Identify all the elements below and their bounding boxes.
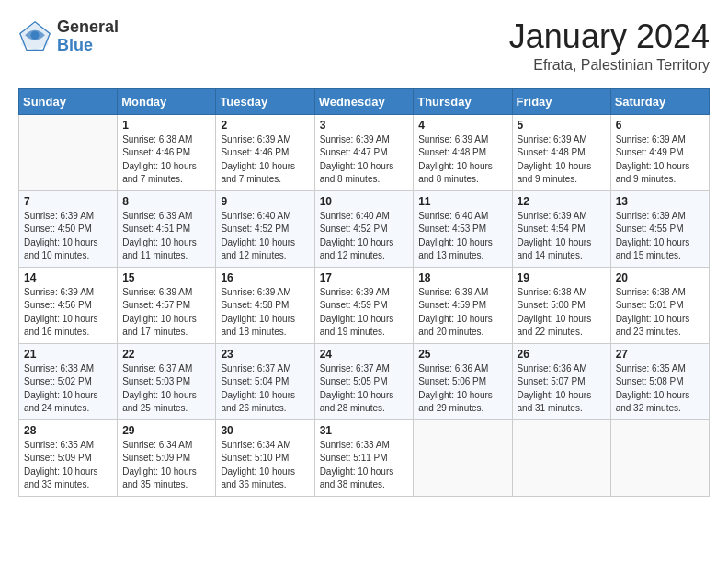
day-info: Sunrise: 6:39 AM Sunset: 4:48 PM Dayligh…: [518, 133, 606, 187]
day-info: Sunrise: 6:40 AM Sunset: 4:53 PM Dayligh…: [418, 210, 506, 263]
calendar-cell: 25Sunrise: 6:36 AM Sunset: 5:06 PM Dayli…: [414, 343, 512, 419]
column-header-friday: Friday: [512, 88, 610, 114]
logo-blue-text: Blue: [57, 37, 119, 55]
calendar-header-row: SundayMondayTuesdayWednesdayThursdayFrid…: [19, 88, 710, 114]
column-header-tuesday: Tuesday: [216, 88, 314, 114]
calendar-cell: [610, 419, 709, 496]
day-info: Sunrise: 6:37 AM Sunset: 5:05 PM Dayligh…: [320, 362, 409, 416]
logo-text: General Blue: [57, 18, 119, 55]
day-number: 11: [418, 195, 506, 208]
day-number: 17: [320, 271, 409, 284]
day-number: 28: [24, 424, 112, 437]
day-info: Sunrise: 6:38 AM Sunset: 5:00 PM Dayligh…: [518, 286, 606, 339]
day-info: Sunrise: 6:39 AM Sunset: 4:48 PM Dayligh…: [418, 133, 506, 187]
day-number: 22: [122, 348, 210, 361]
calendar-cell: 6Sunrise: 6:39 AM Sunset: 4:49 PM Daylig…: [610, 114, 709, 190]
day-info: Sunrise: 6:39 AM Sunset: 4:59 PM Dayligh…: [320, 286, 409, 339]
day-info: Sunrise: 6:39 AM Sunset: 4:57 PM Dayligh…: [122, 286, 210, 339]
day-info: Sunrise: 6:39 AM Sunset: 4:49 PM Dayligh…: [616, 133, 704, 187]
calendar-cell: 4Sunrise: 6:39 AM Sunset: 4:48 PM Daylig…: [414, 114, 512, 190]
calendar-cell: 14Sunrise: 6:39 AM Sunset: 4:56 PM Dayli…: [19, 267, 118, 343]
calendar-cell: 26Sunrise: 6:36 AM Sunset: 5:07 PM Dayli…: [512, 343, 610, 419]
day-number: 7: [24, 195, 112, 208]
calendar-week-row: 7Sunrise: 6:39 AM Sunset: 4:50 PM Daylig…: [19, 190, 710, 267]
column-header-saturday: Saturday: [610, 88, 709, 114]
logo-icon: [18, 20, 51, 53]
day-info: Sunrise: 6:39 AM Sunset: 4:55 PM Dayligh…: [616, 210, 704, 263]
calendar-cell: 20Sunrise: 6:38 AM Sunset: 5:01 PM Dayli…: [610, 267, 709, 343]
calendar-cell: 30Sunrise: 6:34 AM Sunset: 5:10 PM Dayli…: [216, 419, 314, 496]
svg-point-2: [31, 30, 40, 39]
day-info: Sunrise: 6:36 AM Sunset: 5:07 PM Dayligh…: [518, 362, 606, 416]
day-info: Sunrise: 6:40 AM Sunset: 4:52 PM Dayligh…: [221, 210, 309, 263]
day-info: Sunrise: 6:39 AM Sunset: 4:54 PM Dayligh…: [518, 210, 606, 263]
day-number: 10: [320, 195, 409, 208]
column-header-wednesday: Wednesday: [314, 88, 414, 114]
day-info: Sunrise: 6:39 AM Sunset: 4:58 PM Dayligh…: [221, 286, 309, 339]
calendar-cell: 11Sunrise: 6:40 AM Sunset: 4:53 PM Dayli…: [414, 190, 512, 267]
calendar-cell: 22Sunrise: 6:37 AM Sunset: 5:03 PM Dayli…: [118, 343, 216, 419]
calendar-cell: 29Sunrise: 6:34 AM Sunset: 5:09 PM Dayli…: [118, 419, 216, 496]
day-number: 21: [24, 348, 112, 361]
calendar-cell: 27Sunrise: 6:35 AM Sunset: 5:08 PM Dayli…: [610, 343, 709, 419]
day-number: 26: [518, 348, 606, 361]
day-number: 20: [616, 271, 704, 284]
day-number: 15: [122, 271, 210, 284]
day-info: Sunrise: 6:39 AM Sunset: 4:47 PM Dayligh…: [320, 133, 409, 187]
day-number: 24: [320, 348, 409, 361]
logo: General Blue: [18, 18, 119, 55]
title-block: January 2024 Efrata, Palestinian Territo…: [509, 18, 710, 74]
day-info: Sunrise: 6:34 AM Sunset: 5:10 PM Dayligh…: [221, 439, 309, 492]
day-number: 18: [418, 271, 506, 284]
calendar-cell: 3Sunrise: 6:39 AM Sunset: 4:47 PM Daylig…: [314, 114, 414, 190]
day-number: 1: [122, 119, 210, 132]
calendar-cell: 10Sunrise: 6:40 AM Sunset: 4:52 PM Dayli…: [314, 190, 414, 267]
calendar-cell: 31Sunrise: 6:33 AM Sunset: 5:11 PM Dayli…: [314, 419, 414, 496]
calendar-cell: 15Sunrise: 6:39 AM Sunset: 4:57 PM Dayli…: [118, 267, 216, 343]
calendar-week-row: 21Sunrise: 6:38 AM Sunset: 5:02 PM Dayli…: [19, 343, 710, 419]
day-number: 27: [616, 348, 704, 361]
logo-general-text: General: [57, 18, 119, 37]
day-number: 30: [221, 424, 309, 437]
day-info: Sunrise: 6:35 AM Sunset: 5:08 PM Dayligh…: [616, 362, 704, 416]
day-info: Sunrise: 6:34 AM Sunset: 5:09 PM Dayligh…: [122, 439, 210, 492]
day-info: Sunrise: 6:38 AM Sunset: 4:46 PM Dayligh…: [122, 133, 210, 187]
calendar-cell: 1Sunrise: 6:38 AM Sunset: 4:46 PM Daylig…: [118, 114, 216, 190]
day-number: 29: [122, 424, 210, 437]
day-info: Sunrise: 6:33 AM Sunset: 5:11 PM Dayligh…: [320, 439, 409, 492]
calendar-cell: 24Sunrise: 6:37 AM Sunset: 5:05 PM Dayli…: [314, 343, 414, 419]
day-number: 25: [418, 348, 506, 361]
day-number: 16: [221, 271, 309, 284]
day-info: Sunrise: 6:40 AM Sunset: 4:52 PM Dayligh…: [320, 210, 409, 263]
day-info: Sunrise: 6:37 AM Sunset: 5:04 PM Dayligh…: [221, 362, 309, 416]
day-number: 5: [518, 119, 606, 132]
calendar-cell: 5Sunrise: 6:39 AM Sunset: 4:48 PM Daylig…: [512, 114, 610, 190]
calendar-cell: 2Sunrise: 6:39 AM Sunset: 4:46 PM Daylig…: [216, 114, 314, 190]
day-info: Sunrise: 6:38 AM Sunset: 5:02 PM Dayligh…: [24, 362, 112, 416]
calendar-cell: 8Sunrise: 6:39 AM Sunset: 4:51 PM Daylig…: [118, 190, 216, 267]
day-info: Sunrise: 6:39 AM Sunset: 4:59 PM Dayligh…: [418, 286, 506, 339]
calendar-cell: 18Sunrise: 6:39 AM Sunset: 4:59 PM Dayli…: [414, 267, 512, 343]
day-info: Sunrise: 6:39 AM Sunset: 4:56 PM Dayligh…: [24, 286, 112, 339]
day-info: Sunrise: 6:37 AM Sunset: 5:03 PM Dayligh…: [122, 362, 210, 416]
day-info: Sunrise: 6:39 AM Sunset: 4:51 PM Dayligh…: [122, 210, 210, 263]
day-info: Sunrise: 6:39 AM Sunset: 4:46 PM Dayligh…: [221, 133, 309, 187]
day-number: 13: [616, 195, 704, 208]
calendar-cell: 21Sunrise: 6:38 AM Sunset: 5:02 PM Dayli…: [19, 343, 118, 419]
column-header-monday: Monday: [118, 88, 216, 114]
calendar-cell: 7Sunrise: 6:39 AM Sunset: 4:50 PM Daylig…: [19, 190, 118, 267]
calendar-cell: 28Sunrise: 6:35 AM Sunset: 5:09 PM Dayli…: [19, 419, 118, 496]
calendar-week-row: 28Sunrise: 6:35 AM Sunset: 5:09 PM Dayli…: [19, 419, 710, 496]
calendar-cell: [512, 419, 610, 496]
day-number: 23: [221, 348, 309, 361]
location-title: Efrata, Palestinian Territory: [509, 57, 710, 74]
day-number: 12: [518, 195, 606, 208]
calendar-cell: 23Sunrise: 6:37 AM Sunset: 5:04 PM Dayli…: [216, 343, 314, 419]
calendar-week-row: 1Sunrise: 6:38 AM Sunset: 4:46 PM Daylig…: [19, 114, 710, 190]
day-number: 8: [122, 195, 210, 208]
day-number: 31: [320, 424, 409, 437]
calendar-cell: [414, 419, 512, 496]
calendar-cell: 9Sunrise: 6:40 AM Sunset: 4:52 PM Daylig…: [216, 190, 314, 267]
calendar-cell: 16Sunrise: 6:39 AM Sunset: 4:58 PM Dayli…: [216, 267, 314, 343]
day-number: 9: [221, 195, 309, 208]
